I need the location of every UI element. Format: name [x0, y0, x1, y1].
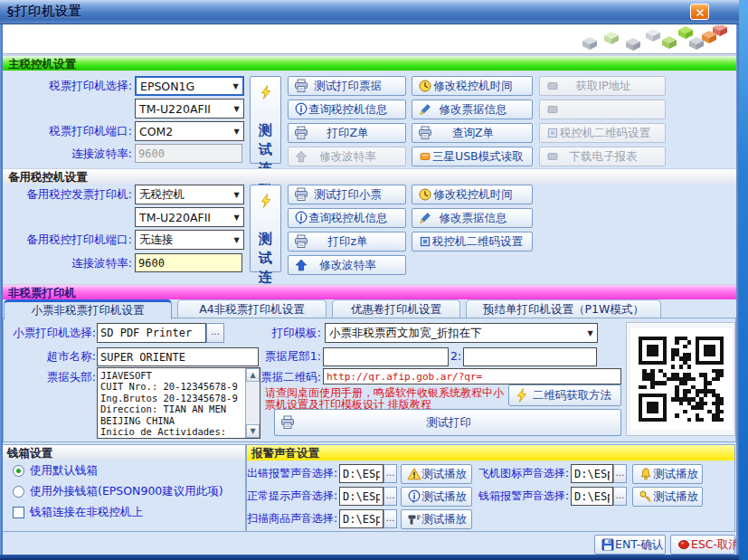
printer-icon	[418, 126, 432, 140]
scan-sound-input[interactable]	[339, 509, 383, 528]
main-modify-ticket-button[interactable]: 修改票据信息	[412, 100, 533, 119]
cancel-button[interactable]: ESC-取消	[670, 535, 735, 555]
bell-icon	[639, 467, 653, 481]
backup-printer-model-combo[interactable]: TM-U220AFII ▼	[135, 207, 244, 227]
backup-modify-baud-button[interactable]: 修改波特率	[288, 255, 406, 275]
tab-coupon-printer[interactable]: 优惠卷打印机设置	[332, 299, 460, 318]
qr-method-button[interactable]: 二维码获取方法	[508, 384, 621, 406]
main-query-z-button[interactable]: 查询Z单	[412, 123, 533, 143]
backup-port-combo[interactable]: 无连接 ▼	[135, 230, 244, 250]
sound-header: 报警声音设置	[247, 445, 734, 460]
lightning-icon	[259, 85, 273, 100]
backup-test-connect-button[interactable]: 测试连接	[250, 185, 281, 272]
browse-plane-sound-button[interactable]: …	[613, 464, 627, 483]
main-port-label: 税票打印机端口:	[7, 121, 132, 141]
backup-printer-select-label: 备用税控发票打印机:	[7, 185, 132, 204]
play-plane-sound-button[interactable]: 测试播放	[632, 464, 703, 484]
main-test-print-button[interactable]: 测试打印票据	[288, 76, 406, 96]
backup-baud-input[interactable]	[135, 253, 242, 272]
chevron-down-icon[interactable]: ▼	[229, 82, 242, 90]
ellipsis-icon: …	[386, 490, 395, 500]
error-sound-input[interactable]	[339, 464, 383, 483]
orange-square-icon	[418, 149, 432, 164]
main-set-ip-button[interactable]	[539, 100, 666, 119]
browse-scan-sound-button[interactable]: …	[383, 509, 397, 528]
chevron-down-icon[interactable]: ▼	[230, 191, 243, 199]
receipt-footer1-label: 票据尾部1:	[260, 346, 321, 366]
plane-sound-input[interactable]	[571, 464, 613, 483]
ellipsis-icon: …	[386, 513, 395, 523]
main-modify-baud-button[interactable]: 修改波特率	[288, 147, 406, 166]
checkbox-icon[interactable]	[13, 507, 24, 518]
main-samsung-usb-button[interactable]: 三星USB模式读取	[412, 147, 533, 166]
cashbox-header: 钱箱设置	[3, 445, 245, 460]
browse-printer-button[interactable]: …	[206, 323, 224, 343]
chevron-down-icon[interactable]: ▼	[230, 105, 243, 113]
radio-default-cashbox[interactable]: 使用默认钱箱	[13, 463, 98, 479]
checkbox-cashbox-nontax[interactable]: 钱箱连接在非税控机上	[13, 505, 143, 520]
backup-printer-select-combo[interactable]: 无税控机 ▼	[135, 185, 244, 204]
printer-icon	[294, 79, 308, 93]
chevron-down-icon[interactable]: ▼	[583, 329, 597, 337]
receipt-footer2-input[interactable]	[463, 347, 597, 366]
printer-icon	[294, 187, 308, 202]
scroll-up-icon[interactable]: ▲	[246, 368, 260, 382]
textarea-scrollbar[interactable]: ▲ ▼	[245, 368, 260, 438]
printer-icon	[294, 234, 308, 249]
backup-print-z-button[interactable]: 打印z单	[288, 232, 406, 252]
main-modify-time-button[interactable]: 修改税控机时间	[412, 76, 533, 96]
scan-sound-label: 扫描商品声音选择:	[232, 508, 337, 528]
main-test-connect-button[interactable]: 测试连接	[250, 76, 281, 164]
backup-qr-setting-button[interactable]: 税控机二维码设置	[412, 232, 533, 252]
scroll-down-icon[interactable]: ▼	[246, 424, 260, 438]
chevron-down-icon[interactable]: ▼	[230, 236, 243, 244]
main-query-info-button[interactable]: 查询税控机信息	[288, 100, 406, 119]
main-download-report-button[interactable]: 下载电子报表	[539, 147, 666, 166]
receipt-header-textarea[interactable]: JIAVESOFT CUIT Nro.: 20-12345678-9 Ing.B…	[98, 368, 245, 438]
main-get-ip-button[interactable]: 获取IP地址	[539, 76, 666, 96]
ellipsis-icon: …	[211, 327, 220, 337]
tab-receipt-nontax-printer[interactable]: 小票非税票打印机设置	[4, 299, 172, 319]
radio-icon[interactable]	[13, 486, 24, 498]
backup-modify-ticket-button[interactable]: 修改票据信息	[412, 208, 533, 228]
cashbox-sound-input[interactable]	[571, 487, 613, 506]
main-printer-select-combo[interactable]: EPSON1G ▼	[135, 76, 244, 96]
play-cashbox-sound-button[interactable]: 测试播放	[632, 487, 703, 507]
receipt-printer-input[interactable]	[97, 323, 206, 343]
scanner-icon	[407, 512, 421, 527]
normal-sound-input[interactable]	[339, 487, 383, 506]
tab-prebill-printer[interactable]: 预结单打印机设置（P1W模式）	[466, 299, 661, 318]
shop-name-input[interactable]	[97, 347, 259, 366]
close-button[interactable]	[690, 4, 709, 20]
nontax-test-print-button[interactable]: 测试打印	[274, 409, 621, 436]
main-baud-input[interactable]	[135, 144, 242, 163]
backup-section-header: 备用税控机设置	[3, 168, 736, 184]
chevron-down-icon[interactable]: ▼	[230, 214, 243, 222]
gray-square-icon	[545, 79, 560, 93]
radio-selected-icon[interactable]	[13, 465, 24, 477]
backup-query-info-button[interactable]: 查询税控机信息	[288, 208, 406, 228]
receipt-qr-input[interactable]	[323, 368, 621, 384]
gray-square-icon	[545, 149, 560, 164]
main-port-combo[interactable]: COM2 ▼	[135, 121, 244, 141]
browse-cashbox-sound-button[interactable]: …	[613, 487, 627, 506]
receipt-footer1-input[interactable]	[323, 347, 449, 366]
window-icon: §	[7, 4, 14, 18]
radio-external-cashbox[interactable]: 使用外接钱箱(EPSON900建议用此项)	[13, 484, 223, 499]
confirm-button[interactable]: ENT-确认	[594, 535, 666, 555]
play-scan-sound-button[interactable]: 测试播放	[401, 509, 472, 529]
main-printer-model-combo[interactable]: TM-U220AFII ▼	[135, 99, 244, 119]
main-qr-setting-button[interactable]: 税控机二维码设置	[539, 123, 666, 143]
close-icon	[696, 4, 705, 21]
receipt-qr-label: 票据二维码:	[260, 367, 321, 387]
backup-test-print-button[interactable]: 测试打印小票	[288, 185, 406, 204]
main-print-z-button[interactable]: 打印Z单	[288, 123, 406, 143]
blue-square-icon	[418, 234, 432, 249]
browse-normal-sound-button[interactable]: …	[383, 487, 397, 506]
backup-modify-time-button[interactable]: 修改税控机时间	[412, 185, 533, 204]
tab-a4-nontax-printer[interactable]: A4非税票打印机设置	[177, 299, 327, 318]
browse-error-sound-button[interactable]: …	[383, 464, 397, 483]
chevron-down-icon[interactable]: ▼	[230, 128, 243, 136]
template-combo[interactable]: 小票非税票西文加宽_折扣在下 ▼	[325, 323, 598, 343]
main-printer-select-label: 税票打印机选择:	[7, 76, 132, 96]
